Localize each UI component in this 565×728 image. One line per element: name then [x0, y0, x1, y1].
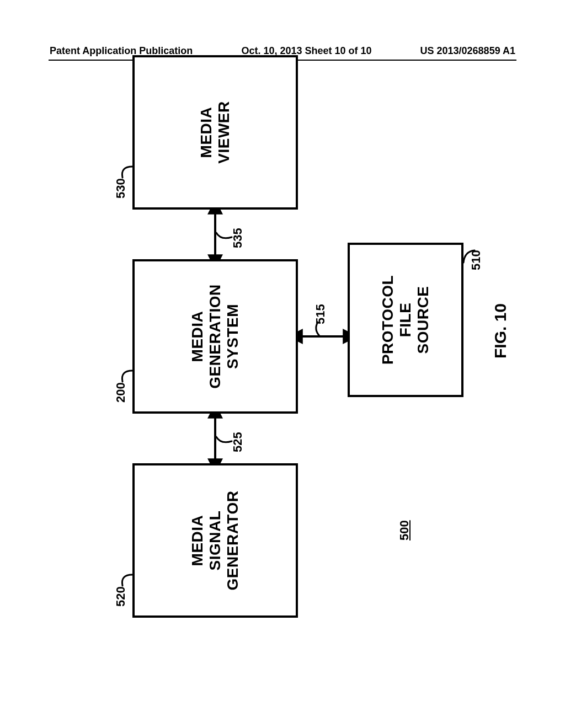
ref-520: 520	[114, 586, 128, 607]
box-label: MEDIAGENERATIONSYSTEM	[189, 284, 242, 389]
box-media-signal-generator: MEDIASIGNALGENERATOR	[132, 463, 298, 618]
lead-510	[455, 243, 479, 265]
box-protocol-file-source: PROTOCOLFILESOURCE	[348, 243, 463, 397]
diagram-viewport: MEDIASIGNALGENERATOR 520 MEDIAGENERATION…	[94, 83, 480, 629]
box-label: MEDIAVIEWER	[198, 101, 233, 163]
lead-525	[213, 425, 237, 447]
lead-530	[117, 159, 141, 181]
lead-515	[312, 317, 331, 339]
ref-530: 530	[114, 178, 128, 199]
lead-520	[117, 567, 141, 589]
box-media-viewer: MEDIAVIEWER	[132, 55, 298, 210]
lead-535	[213, 221, 237, 243]
figure-caption: FIG. 10	[491, 303, 510, 358]
ref-200: 200	[114, 382, 128, 403]
box-media-generation-system: MEDIAGENERATIONSYSTEM	[132, 259, 298, 414]
box-label: MEDIASIGNALGENERATOR	[189, 491, 242, 591]
lead-200	[117, 363, 141, 385]
box-label: PROTOCOLFILESOURCE	[379, 275, 433, 365]
header-right: US 2013/0268859 A1	[420, 45, 515, 57]
diagram-canvas: MEDIASIGNALGENERATOR 520 MEDIAGENERATION…	[94, 83, 480, 629]
ref-500: 500	[397, 520, 412, 540]
